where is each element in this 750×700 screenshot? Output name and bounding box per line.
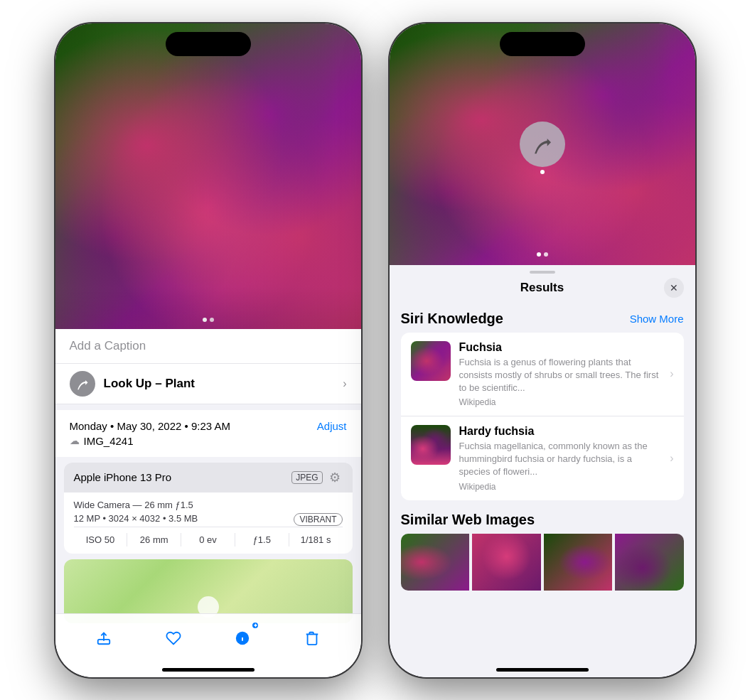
caption-area[interactable]: Add a Caption — [55, 329, 361, 364]
caption-placeholder[interactable]: Add a Caption — [70, 339, 146, 352]
similar-images-title: Similar Web Images — [401, 512, 535, 528]
visual-ai-leaf-icon — [531, 133, 554, 156]
hardy-fuchsia-description: Fuchsia magellanica, commonly known as t… — [459, 440, 662, 479]
trash-icon — [304, 630, 320, 646]
camera-header: Apple iPhone 13 Pro JPEG ⚙ — [64, 463, 353, 492]
page-dot-r1 — [537, 252, 541, 257]
similar-web-images-section: Similar Web Images — [401, 512, 684, 591]
similar-image-3[interactable] — [544, 534, 613, 591]
visual-ai-dot — [540, 170, 545, 174]
page-dot-r2 — [544, 252, 548, 257]
fuchsia-thumb-img — [411, 341, 451, 381]
right-screen: Results ✕ Siri Knowledge Show More — [390, 23, 695, 677]
exif-row: ISO 50 26 mm 0 ev ƒ1.5 1/181 s — [74, 527, 343, 546]
hardy-thumb-img — [411, 425, 451, 465]
date-text: Monday • May 30, 2022 • 9:23 AM — [70, 420, 230, 432]
fuchsia-name: Fuchsia — [459, 341, 662, 354]
similar-images-header: Similar Web Images — [401, 512, 684, 528]
results-content: Siri Knowledge Show More Fuchsia Fuchsia… — [390, 302, 695, 677]
leaf-icon — [75, 377, 90, 391]
adjust-button[interactable]: Adjust — [317, 420, 347, 432]
image-filename: IMG_4241 — [84, 435, 134, 447]
similar-image-1[interactable] — [401, 534, 470, 591]
siri-knowledge-header: Siri Knowledge Show More — [401, 311, 684, 327]
page-dot-2 — [210, 318, 214, 322]
resolution-info: 12 MP • 3024 × 4032 • 3.5 MB VIBRANT — [74, 513, 343, 524]
show-more-button[interactable]: Show More — [630, 313, 684, 325]
camera-section: Apple iPhone 13 Pro JPEG ⚙ Wide Camera —… — [64, 463, 353, 554]
fuchsia-thumbnail — [411, 341, 451, 381]
close-icon: ✕ — [670, 282, 678, 294]
lookup-label: Look Up – Plant — [104, 377, 195, 391]
similar-image-4[interactable] — [615, 534, 684, 591]
metadata-section: Monday • May 30, 2022 • 9:23 AM Adjust ☁… — [55, 410, 361, 457]
shutter-speed: 1/181 s — [289, 533, 343, 546]
results-handle[interactable] — [390, 265, 695, 274]
share-icon — [96, 630, 112, 646]
fuchsia-chevron-icon: › — [670, 367, 673, 380]
similar-images-grid — [401, 534, 684, 591]
results-panel: Results ✕ Siri Knowledge Show More — [390, 265, 695, 677]
knowledge-item-hardy-fuchsia[interactable]: Hardy fuchsia Fuchsia magellanica, commo… — [401, 416, 684, 500]
iso-value: ISO 50 — [74, 533, 128, 546]
lens-info: Wide Camera — 26 mm ƒ1.5 — [74, 500, 343, 510]
camera-details: Wide Camera — 26 mm ƒ1.5 12 MP • 3024 × … — [64, 492, 353, 554]
fuchsia-text: Fuchsia Fuchsia is a genus of flowering … — [459, 341, 662, 408]
focal-length: 26 mm — [127, 533, 181, 546]
location-row: ☁ IMG_4241 — [70, 435, 347, 447]
ev-value: 0 ev — [181, 533, 235, 546]
format-badge: JPEG — [291, 471, 322, 484]
left-phone: Add a Caption Look Up – Plant › Monday •… — [55, 23, 361, 677]
knowledge-item-fuchsia[interactable]: Fuchsia Fuchsia is a genus of flowering … — [401, 333, 684, 417]
info-badge: ✦ — [251, 621, 259, 630]
delete-button[interactable] — [296, 623, 328, 654]
results-title: Results — [520, 281, 564, 295]
fuchsia-description: Fuchsia is a genus of flowering plants t… — [459, 356, 662, 395]
hardy-fuchsia-source: Wikipedia — [459, 482, 662, 492]
date-row: Monday • May 30, 2022 • 9:23 AM Adjust — [70, 420, 347, 432]
fuchsia-source: Wikipedia — [459, 397, 662, 407]
visual-lookup-icon — [70, 371, 95, 397]
info-icon — [235, 630, 250, 646]
heart-icon — [166, 630, 181, 646]
results-header: Results ✕ — [390, 274, 695, 302]
dynamic-island-right — [500, 32, 585, 56]
hardy-fuchsia-thumbnail — [411, 425, 451, 465]
cloud-icon: ☁ — [70, 435, 80, 446]
flower-photo-right[interactable] — [390, 23, 695, 265]
hardy-fuchsia-name: Hardy fuchsia — [459, 425, 662, 438]
knowledge-card: Fuchsia Fuchsia is a genus of flowering … — [401, 333, 684, 500]
close-button[interactable]: ✕ — [664, 278, 684, 298]
home-indicator-left — [162, 668, 255, 672]
left-screen: Add a Caption Look Up – Plant › Monday •… — [55, 23, 361, 677]
visual-ai-button[interactable] — [520, 122, 565, 167]
camera-name: Apple iPhone 13 Pro — [74, 471, 172, 483]
favorite-button[interactable] — [158, 623, 189, 654]
lookup-row[interactable]: Look Up – Plant › — [55, 364, 361, 404]
camera-badges: JPEG ⚙ — [291, 470, 342, 485]
page-dot-1 — [203, 318, 207, 322]
home-indicator-right — [496, 668, 589, 672]
flower-photo-left[interactable] — [55, 23, 361, 329]
lookup-chevron-icon: › — [343, 377, 346, 390]
share-button[interactable] — [88, 623, 119, 654]
right-phone: Results ✕ Siri Knowledge Show More — [390, 23, 695, 677]
aperture-value: ƒ1.5 — [235, 533, 289, 546]
hardy-fuchsia-chevron-icon: › — [670, 452, 673, 465]
visual-ai-inner — [530, 131, 555, 157]
similar-image-2[interactable] — [472, 534, 541, 591]
info-button[interactable]: ✦ — [227, 623, 258, 654]
settings-icon[interactable]: ⚙ — [327, 470, 343, 485]
filter-badge: VIBRANT — [294, 513, 342, 526]
siri-knowledge-title: Siri Knowledge — [401, 311, 503, 327]
hardy-fuchsia-text: Hardy fuchsia Fuchsia magellanica, commo… — [459, 425, 662, 492]
dynamic-island-left — [166, 32, 251, 56]
